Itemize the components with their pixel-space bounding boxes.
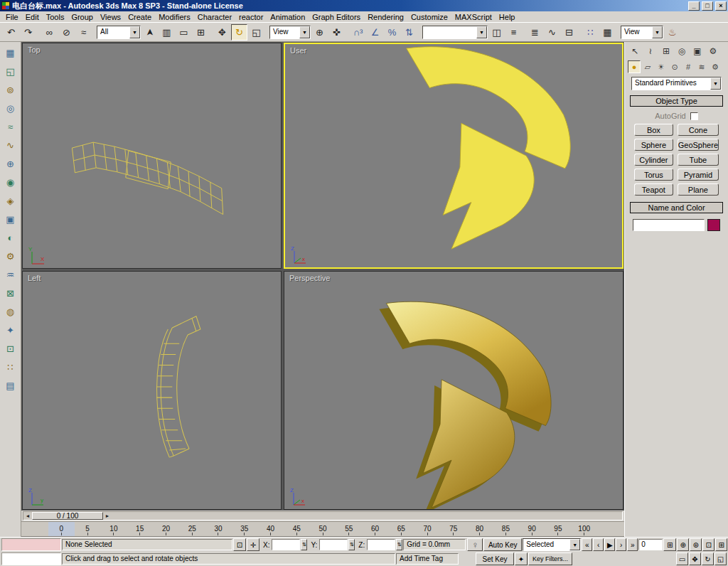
object-type-rollout[interactable]: Object Type [630,95,723,107]
name-color-rollout[interactable]: Name and Color [630,202,723,213]
curve-editor-icon[interactable]: ∿ [544,24,560,41]
menu-maxscript[interactable]: MAXScript [451,12,496,22]
select-by-name-icon[interactable]: ▥ [159,24,175,41]
chevron-down-icon[interactable]: ▼ [569,539,580,550]
timeline-tick[interactable]: 100 [571,522,597,536]
menu-create[interactable]: Create [124,12,155,22]
maximize-button[interactable]: □ [702,1,713,11]
zoom-extents-all-icon[interactable]: ⊞ [715,538,727,551]
teapot-button[interactable]: Teapot [634,183,673,196]
reactor-tool-icon[interactable]: ◎ [1,100,19,117]
category-spacewarps-icon[interactable]: ≋ [695,60,708,73]
zoom-icon[interactable]: ⊕ [677,538,689,551]
render-scene-icon[interactable]: ▦ [599,24,616,41]
viewport-left[interactable]: Left Z [22,271,282,510]
tab-hierarchy-icon[interactable]: ⊞ [659,44,673,58]
quick-render-icon[interactable]: ♨ [664,24,680,41]
category-lights-icon[interactable]: ☀ [655,60,668,73]
previous-frame-icon[interactable]: ‹ [593,538,604,551]
set-key-button[interactable]: Set Key [476,552,514,565]
time-slider[interactable]: ◄ 0 / 100 ► [21,511,624,521]
selection-filter-dropdown[interactable]: All ▼ [97,26,141,39]
reactor-tool-icon[interactable]: ♒ [1,266,19,284]
tab-display-icon[interactable]: ▣ [690,44,705,58]
torus-button[interactable]: Torus [634,169,673,181]
menu-customize[interactable]: Customize [407,12,451,22]
timeline-tick[interactable]: 10 [101,522,127,536]
viewport-canvas[interactable] [285,44,622,267]
logo-wireframe-left[interactable] [156,316,200,457]
percent-snap-icon[interactable]: % [384,24,400,41]
category-cameras-icon[interactable]: ⊙ [668,60,681,73]
go-to-end-icon[interactable]: » [627,538,638,551]
reactor-tool-icon[interactable]: ◍ [1,303,19,321]
reactor-tool-icon[interactable]: ◱ [1,63,19,80]
use-center-icon[interactable]: ⊕ [311,24,328,41]
chevron-down-icon[interactable]: ▼ [299,26,310,38]
time-nudge-left-icon[interactable]: ◄ [23,512,32,520]
reactor-tool-icon[interactable]: ⊠ [1,284,19,302]
y-coordinate-field[interactable] [319,539,348,550]
render-type-dropdown[interactable]: View ▼ [621,26,663,39]
object-name-input[interactable] [633,219,705,231]
pan-icon[interactable]: ✥ [689,552,701,565]
timeline-tick[interactable]: 45 [284,522,310,536]
plane-button[interactable]: Plane [678,183,719,196]
viewport-label[interactable]: Left [28,274,41,282]
track-bar[interactable]: 0 5 10 15 20 25 30 35 40 45 50 55 60 65 … [21,521,624,537]
tab-create-icon[interactable]: ↖ [628,44,642,58]
chevron-down-icon[interactable]: ▼ [710,78,721,90]
viewport-canvas[interactable] [23,43,281,268]
maxscript-mini-listener-macro[interactable] [1,538,61,551]
maxscript-mini-listener-input[interactable] [1,552,61,565]
menu-edit[interactable]: Edit [22,12,43,22]
snap-toggle-icon[interactable]: ∩³ [350,24,366,41]
select-and-scale-icon[interactable]: ◱ [248,24,264,41]
material-editor-icon[interactable]: ∷ [582,24,599,41]
viewport-label[interactable]: Top [28,46,41,54]
time-slider-track[interactable]: ◄ 0 / 100 ► [23,511,623,520]
set-keys-big-key-icon[interactable]: ♀ [467,538,483,551]
tab-motion-icon[interactable]: ◎ [675,44,689,58]
pyramid-button[interactable]: Pyramid [678,169,719,181]
unlink-selection-icon[interactable]: ⊘ [58,24,75,41]
reactor-tool-icon[interactable]: ▣ [1,210,19,228]
reactor-tool-icon[interactable]: ≈ [1,118,19,136]
spinner-icon[interactable]: ⇅ [396,539,402,550]
align-icon[interactable]: ≡ [505,24,522,41]
chevron-down-icon[interactable]: ▼ [476,26,487,38]
geosphere-button[interactable]: GeoSphere [678,139,719,151]
menu-help[interactable]: Help [496,12,519,22]
chevron-down-icon[interactable]: ▼ [652,26,663,38]
schematic-view-icon[interactable]: ⊟ [561,24,577,41]
logo-3d-object[interactable] [386,301,551,508]
spinner-icon[interactable]: ⇅ [348,539,355,550]
viewport-canvas[interactable] [284,272,623,509]
time-slider-handle[interactable]: 0 / 100 [32,512,103,520]
timeline-tick[interactable]: 0 [48,522,75,536]
select-and-link-icon[interactable]: ∞ [41,24,58,41]
reactor-tool-icon[interactable]: ◈ [1,192,19,210]
z-coordinate-field[interactable] [367,539,395,550]
tube-button[interactable]: Tube [678,154,719,166]
timeline-tick[interactable]: 20 [153,522,179,536]
spinner-icon[interactable]: ⇅ [301,539,307,550]
viewport-top[interactable]: Top Y X [22,43,282,269]
reference-coordinate-dropdown[interactable]: View ▼ [269,26,311,39]
default-tangent-icon[interactable]: ✦ [515,552,528,565]
timeline-tick[interactable]: 55 [336,522,362,536]
layer-manager-icon[interactable]: ≣ [527,24,543,41]
menu-animation[interactable]: Animation [267,12,309,22]
x-coordinate-field[interactable] [272,539,300,550]
viewport-canvas[interactable] [23,272,281,509]
viewport-perspective[interactable]: Perspective [284,271,623,510]
reactor-tool-icon[interactable]: ▦ [1,44,19,62]
timeline-tick[interactable]: 5 [75,522,101,536]
reactor-tool-icon[interactable]: ∷ [1,358,19,376]
timeline-tick[interactable]: 80 [466,522,493,536]
viewport-label[interactable]: Perspective [289,274,330,282]
reactor-tool-icon[interactable]: ∿ [1,137,19,154]
play-animation-icon[interactable]: ▶ [604,538,615,551]
menu-modifiers[interactable]: Modifiers [155,12,194,22]
reactor-tool-icon[interactable]: ✦ [1,321,19,339]
